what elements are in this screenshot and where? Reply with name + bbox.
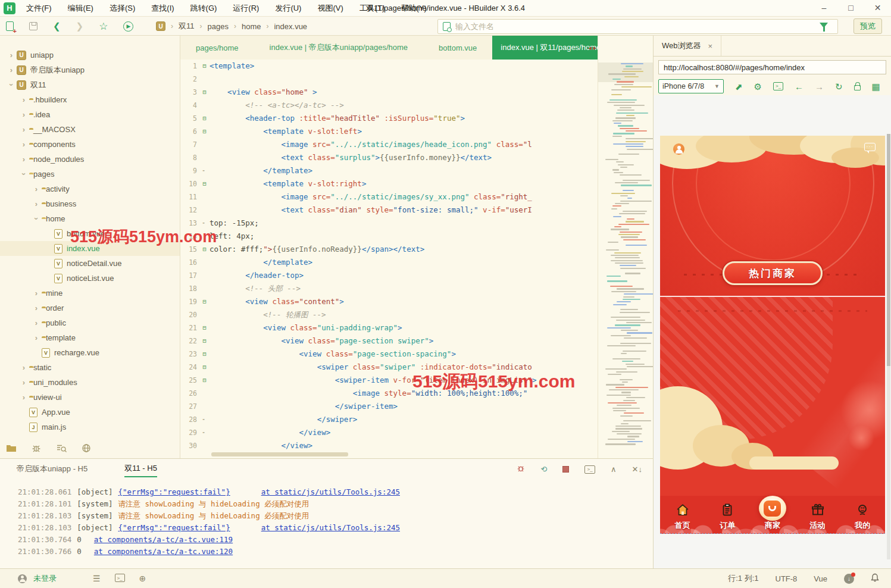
console-tab[interactable]: 双11 - H5 <box>124 463 157 477</box>
preview-scrollbar[interactable] <box>887 134 890 559</box>
back-icon[interactable]: ← <box>795 82 804 91</box>
code-line[interactable]: 7 <image src="../../static/images/heade_… <box>180 138 598 151</box>
globe-status-icon[interactable]: ⊕ <box>139 574 146 583</box>
tree-item-business[interactable]: ›business <box>0 196 180 211</box>
code-line[interactable]: 18 <!-- 头部 --> <box>180 282 598 295</box>
message-bubble-icon[interactable]: ··· <box>864 143 876 151</box>
tree-item-nodemodules[interactable]: ›node_modules <box>0 152 180 167</box>
code-line[interactable]: 13╸top: -15px; <box>180 217 598 230</box>
code-line[interactable]: 3⊟ <view class="home" > <box>180 86 598 99</box>
fold-marker-icon[interactable]: ⊟ <box>199 295 210 308</box>
new-terminal-icon[interactable]: >_ <box>584 465 595 474</box>
tree-item-MACOSX[interactable]: ›__MACOSX <box>0 122 180 137</box>
account-icon[interactable] <box>18 574 27 583</box>
lock-icon[interactable] <box>854 85 861 90</box>
editor-tab[interactable]: bottom.vue <box>423 36 492 60</box>
fold-marker-icon[interactable]: ⊟ <box>199 361 210 374</box>
tree-chevron-icon[interactable]: › <box>32 304 40 312</box>
tree-item-11[interactable]: ›U双11 <box>0 77 180 92</box>
tree-chevron-icon[interactable]: › <box>20 95 28 104</box>
menu-item[interactable]: 跳转(G) <box>190 3 217 14</box>
refresh-icon[interactable]: ↻ <box>835 82 843 91</box>
tree-item-home[interactable]: ›home <box>0 211 180 226</box>
code-line[interactable]: 1⊟<template> <box>180 60 598 73</box>
encoding-label[interactable]: UTF-8 <box>776 574 798 583</box>
tree-item-main.js[interactable]: Jmain.js <box>0 420 180 434</box>
hot-merchants-button[interactable]: 热门商家 <box>723 261 823 285</box>
tabbar-item-profile[interactable]: 我的 <box>840 496 885 534</box>
fold-marker-icon[interactable]: ⊟ <box>199 334 210 348</box>
tree-chevron-icon[interactable]: › <box>7 65 15 74</box>
code-line[interactable]: 10⊟ <template v-slot:right> <box>180 177 598 190</box>
log-source-link[interactable]: at static/js/utils/Tools.js:245 <box>261 487 400 496</box>
menu-item[interactable]: 查找(I) <box>151 3 174 14</box>
log-source-link[interactable]: at components/a-tc/a-tc.vue:119 <box>94 535 233 544</box>
code-area[interactable]: 1⊟<template>23⊟ <view class="home" >4 <!… <box>180 60 598 458</box>
tree-chevron-icon[interactable]: › <box>7 51 15 60</box>
forward-icon[interactable]: → <box>815 82 824 91</box>
outline-list-icon[interactable]: ☰ <box>93 574 101 583</box>
maximize-button[interactable]: □ <box>837 0 864 17</box>
code-line[interactable]: 27 </swiper-item> <box>180 400 598 413</box>
breadcrumb-item[interactable]: pages <box>208 22 229 31</box>
editor-tab[interactable]: pages/home <box>180 36 254 60</box>
fold-marker-icon[interactable]: ⊟ <box>199 177 210 190</box>
tree-chevron-icon[interactable]: › <box>32 289 40 298</box>
minimize-button[interactable]: – <box>811 0 837 17</box>
breadcrumb[interactable]: U ›双11›pages›home›index.vue <box>156 17 307 36</box>
qrcode-icon[interactable]: ▦ <box>872 82 880 91</box>
app-preview[interactable]: ··· 热门商家 首页订单商家活动我的 <box>660 136 885 534</box>
back-icon[interactable]: ❮ <box>53 21 61 32</box>
tabbar-item-activity[interactable]: 活动 <box>795 496 840 534</box>
tree-chevron-icon[interactable]: › <box>20 393 28 402</box>
tree-item-noticeList.vue[interactable]: VnoticeList.vue <box>0 271 180 286</box>
tree-chevron-icon[interactable]: › <box>20 378 28 387</box>
tree-item-pages[interactable]: ›pages <box>0 167 180 182</box>
tree-chevron-icon[interactable]: › <box>20 110 28 119</box>
tabbar-item-shop[interactable]: 商家 <box>750 496 795 534</box>
menu-item[interactable]: 文件(F) <box>26 3 52 14</box>
code-line[interactable]: 2 <box>180 73 598 86</box>
restart-icon[interactable]: ⟲ <box>540 465 547 474</box>
tree-chevron-icon[interactable]: › <box>32 184 40 193</box>
tree-item-template[interactable]: ›template <box>0 330 180 345</box>
terminal-icon[interactable]: >_ <box>773 82 783 90</box>
debug-bug-icon[interactable] <box>31 443 42 453</box>
code-line[interactable]: 19⊟ <view class="content"> <box>180 295 598 308</box>
log-source-link[interactable]: at static/js/utils/Tools.js:245 <box>261 523 400 532</box>
tree-chevron-icon[interactable]: › <box>32 199 40 208</box>
code-line[interactable]: 6⊟ <template v-slot:left> <box>180 125 598 138</box>
tabbar-item-order[interactable]: 订单 <box>705 496 751 534</box>
tree-item-public[interactable]: ›public <box>0 315 180 330</box>
menu-item[interactable]: 工具(T) <box>359 3 385 14</box>
search-view-icon[interactable] <box>56 443 67 453</box>
settings-icon[interactable]: ⚙ <box>754 82 762 91</box>
log-source-link[interactable]: {"errMsg":"request:fail"} <box>118 487 230 496</box>
code-line[interactable]: 4 <!-- <a-tc></a-tc> --> <box>180 99 598 112</box>
files-view-icon[interactable] <box>6 443 17 453</box>
close-button[interactable]: ✕ <box>864 0 891 17</box>
search-input[interactable] <box>455 22 837 31</box>
tree-chevron-icon[interactable]: › <box>32 318 40 327</box>
code-line[interactable]: 30 </view> <box>180 439 598 452</box>
tree-chevron-icon[interactable]: › <box>32 215 41 223</box>
fold-marker-icon[interactable]: ⊟ <box>199 348 210 361</box>
code-line[interactable]: 5⊟ <header-top :title="headTitle" :isSur… <box>180 112 598 125</box>
login-status[interactable]: 未登录 <box>33 573 57 584</box>
collapse-icon[interactable]: ∧ <box>611 465 617 474</box>
menu-item[interactable]: 编辑(E) <box>68 3 93 14</box>
filter-funnel-icon[interactable] <box>820 23 828 28</box>
tree-item-order[interactable]: ›order <box>0 301 180 315</box>
tree-item-.idea[interactable]: ›.idea <box>0 107 180 122</box>
code-line[interactable]: 21⊟ <view class="uni-padding-wrap"> <box>180 321 598 334</box>
code-line[interactable]: 16 </template> <box>180 256 598 269</box>
url-bar[interactable]: http://localhost:8080/#/pages/home/index <box>658 60 886 74</box>
preview-button[interactable]: 预览 <box>854 18 882 34</box>
tree-item-static[interactable]: ›static <box>0 360 180 375</box>
code-line[interactable]: 20 <!-- 轮播图 --> <box>180 308 598 321</box>
console-tab[interactable]: 帝启版本uniapp - H5 <box>17 464 87 477</box>
debug-icon[interactable] <box>517 464 525 474</box>
fold-marker-icon[interactable]: ⊟ <box>199 125 210 138</box>
device-selector[interactable]: iPhone 6/7/8 ▼ <box>658 79 724 93</box>
editor-tab[interactable]: index.vue | 帝启版本uniapp/pages/home <box>254 36 423 60</box>
